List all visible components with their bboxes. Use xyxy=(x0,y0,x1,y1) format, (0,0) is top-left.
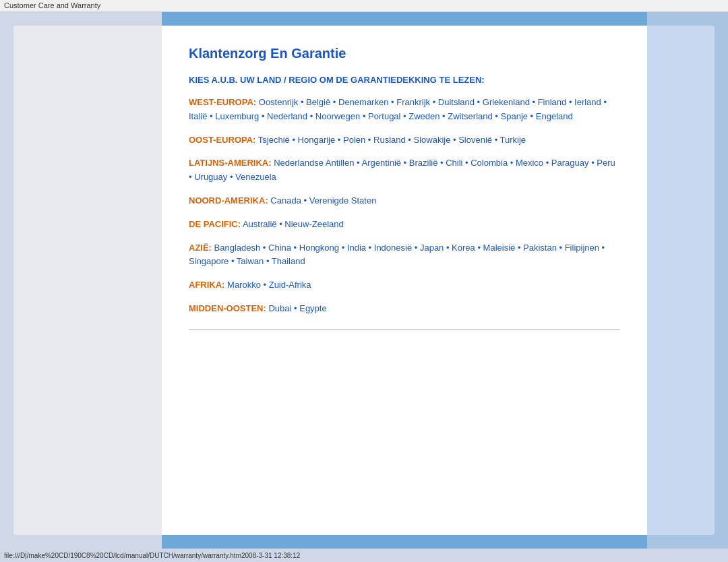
region-west-europa: WEST-EUROPA: Oostenrijk • België • Denem… xyxy=(189,96,620,124)
page-subtitle: KIES A.U.B. UW LAND / REGIO OM DE GARANT… xyxy=(189,75,620,85)
region-label-west-europa[interactable]: WEST-EUROPA: xyxy=(189,97,256,107)
browser-chrome: Klantenzorg En Garantie KIES A.U.B. UW L… xyxy=(0,12,728,549)
region-countries-azie[interactable]: Bangladesh • China • Hongkong • India • … xyxy=(189,243,605,267)
right-panel xyxy=(647,12,728,549)
region-countries-oost-europa[interactable]: Tsjechië • Hongarije • Polen • Rusland •… xyxy=(258,135,526,145)
region-label-afrika[interactable]: AFRIKA: xyxy=(189,280,224,290)
region-countries-noord-amerika[interactable]: Canada • Verenigde Staten xyxy=(270,195,376,206)
region-label-oost-europa[interactable]: OOST-EUROPA: xyxy=(189,135,255,145)
main-content: Klantenzorg En Garantie KIES A.U.B. UW L… xyxy=(162,26,647,535)
region-label-latijns-amerika[interactable]: LATIJNS-AMERIKA: xyxy=(189,158,272,168)
region-countries-midden-oosten[interactable]: Dubai • Egypte xyxy=(268,303,326,313)
right-inner xyxy=(647,26,715,535)
region-label-noord-amerika[interactable]: NOORD-AMERIKA: xyxy=(189,195,268,206)
region-azie: AZIË: Bangladesh • China • Hongkong • In… xyxy=(189,241,620,270)
left-inner xyxy=(13,26,162,535)
region-label-azie[interactable]: AZIË: xyxy=(189,243,212,253)
region-label-midden-oosten[interactable]: MIDDEN-OOSTEN: xyxy=(189,303,266,313)
region-label-de-pacific[interactable]: DE PACIFIC: xyxy=(189,219,241,229)
status-bar-url: file:///D|/make%20CD/190C8%20CD/lcd/manu… xyxy=(4,552,300,559)
region-noord-amerika: NOORD-AMERIKA: Canada • Verenigde Staten xyxy=(189,194,620,208)
region-de-pacific: DE PACIFIC: Australië • Nieuw-Zeeland xyxy=(189,218,620,232)
region-midden-oosten: MIDDEN-OOSTEN: Dubai • Egypte xyxy=(189,302,620,316)
title-bar-text: Customer Care and Warranty xyxy=(4,1,100,9)
title-bar: Customer Care and Warranty xyxy=(0,0,728,12)
left-panel xyxy=(0,12,162,549)
region-latijns-amerika: LATIJNS-AMERIKA: Nederlandse Antillen • … xyxy=(189,156,620,185)
region-countries-afrika[interactable]: Marokko • Zuid-Afrika xyxy=(227,280,311,290)
region-oost-europa: OOST-EUROPA: Tsjechië • Hongarije • Pole… xyxy=(189,133,620,148)
region-afrika: AFRIKA: Marokko • Zuid-Afrika xyxy=(189,278,620,292)
content-divider xyxy=(189,330,620,330)
status-bar: file:///D|/make%20CD/190C8%20CD/lcd/manu… xyxy=(0,549,728,562)
region-countries-de-pacific[interactable]: Australië • Nieuw-Zeeland xyxy=(243,219,344,229)
page-title: Klantenzorg En Garantie xyxy=(189,46,620,61)
